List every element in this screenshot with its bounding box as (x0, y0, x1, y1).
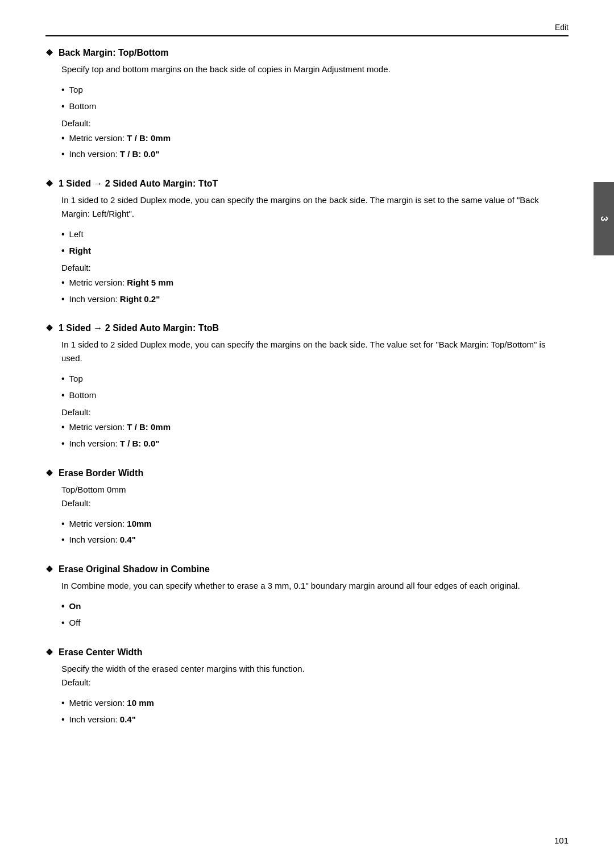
diamond-icon-2: ❖ (45, 179, 53, 189)
section-title-erase-border: ❖ Erase Border Width (45, 468, 569, 478)
section-body-5: In Combine mode, you can specify whether… (61, 579, 569, 631)
section-body-3: In 1 sided to 2 sided Duplex mode, you c… (61, 338, 569, 452)
bullet-right: Right (61, 243, 569, 259)
section-title-ttob: ❖ 1 Sided → 2 Sided Auto Margin: TtoB (45, 323, 569, 333)
section-title-text-5: Erase Original Shadow in Combine (59, 564, 210, 574)
chapter-number: 3 (599, 216, 609, 221)
simple-bullets-1: Top Bottom (61, 82, 569, 115)
diamond-icon-3: ❖ (45, 323, 53, 333)
top-bar: Edit (45, 23, 569, 36)
section-desc-3: In 1 sided to 2 sided Duplex mode, you c… (61, 338, 569, 365)
chapter-tab: 3 (594, 182, 614, 255)
default-bullets-6: Metric version: 10 mm Inch version: 0.4" (61, 695, 569, 728)
section-erase-center-width: ❖ Erase Center Width Specify the width o… (45, 647, 569, 728)
default-label-1: Default: (61, 118, 569, 128)
section-1sided-2sided-ttot: ❖ 1 Sided → 2 Sided Auto Margin: TtoT In… (45, 179, 569, 307)
inch-bullet-2: Inch version: Right 0.2" (61, 291, 569, 308)
section-title-text-4: Erase Border Width (59, 468, 143, 478)
section-back-margin-top-bottom: ❖ Back Margin: Top/Bottom Specify top an… (45, 48, 569, 163)
edit-label: Edit (555, 23, 569, 32)
section-desc-4: Top/Bottom 0mmDefault: (61, 483, 569, 510)
inch-bullet-1: Inch version: T / B: 0.0" (61, 146, 569, 163)
section-1sided-2sided-ttob: ❖ 1 Sided → 2 Sided Auto Margin: TtoB In… (45, 323, 569, 452)
bullet-bottom-3: Bottom (61, 387, 569, 404)
default-bullets-1: Metric version: T / B: 0mm Inch version:… (61, 130, 569, 163)
section-title-text-2: 1 Sided → 2 Sided Auto Margin: TtoT (59, 179, 218, 189)
section-body-1: Specify top and bottom margins on the ba… (61, 63, 569, 163)
shadow-bullets: On Off (61, 598, 569, 631)
inch-bullet-6: Inch version: 0.4" (61, 712, 569, 728)
section-title-ttot: ❖ 1 Sided → 2 Sided Auto Margin: TtoT (45, 179, 569, 189)
inch-bullet-4: Inch version: 0.4" (61, 532, 569, 548)
section-desc-1: Specify top and bottom margins on the ba… (61, 63, 569, 76)
section-title-back-margin: ❖ Back Margin: Top/Bottom (45, 48, 569, 58)
bullet-on: On (61, 598, 569, 615)
default-bullets-4: Metric version: 10mm Inch version: 0.4" (61, 516, 569, 549)
section-desc-6: Specify the width of the erased center m… (61, 662, 569, 689)
page-number: 101 (554, 836, 569, 845)
bullet-off: Off (61, 615, 569, 631)
section-desc-5: In Combine mode, you can specify whether… (61, 579, 569, 593)
section-title-erase-center: ❖ Erase Center Width (45, 647, 569, 658)
metric-bullet-6: Metric version: 10 mm (61, 695, 569, 712)
section-title-erase-shadow: ❖ Erase Original Shadow in Combine (45, 564, 569, 574)
section-body-6: Specify the width of the erased center m… (61, 662, 569, 728)
section-title-text-1: Back Margin: Top/Bottom (59, 48, 168, 58)
section-title-text-6: Erase Center Width (59, 647, 142, 658)
bullet-top-3: Top (61, 371, 569, 387)
default-bullets-2: Metric version: Right 5 mm Inch version:… (61, 275, 569, 308)
diamond-icon-5: ❖ (45, 564, 53, 574)
bullet-top-1: Top (61, 82, 569, 98)
bullet-left: Left (61, 226, 569, 243)
bullet-bottom-1: Bottom (61, 98, 569, 115)
default-label-2: Default: (61, 263, 569, 272)
metric-bullet-4: Metric version: 10mm (61, 516, 569, 532)
diamond-icon-1: ❖ (45, 48, 53, 58)
section-body-2: In 1 sided to 2 sided Duplex mode, you c… (61, 193, 569, 307)
default-bullets-3: Metric version: T / B: 0mm Inch version:… (61, 419, 569, 452)
metric-bullet-3: Metric version: T / B: 0mm (61, 419, 569, 436)
metric-bullet-2: Metric version: Right 5 mm (61, 275, 569, 291)
default-label-3: Default: (61, 407, 569, 417)
page-container: Edit 3 ❖ Back Margin: Top/Bottom Specify… (0, 0, 614, 868)
section-title-text-3: 1 Sided → 2 Sided Auto Margin: TtoB (59, 323, 219, 333)
section-body-4: Top/Bottom 0mmDefault: Metric version: 1… (61, 483, 569, 549)
diamond-icon-6: ❖ (45, 647, 53, 658)
inch-bullet-3: Inch version: T / B: 0.0" (61, 436, 569, 452)
section-desc-2: In 1 sided to 2 sided Duplex mode, you c… (61, 193, 569, 221)
section-erase-original-shadow: ❖ Erase Original Shadow in Combine In Co… (45, 564, 569, 631)
metric-bullet-1: Metric version: T / B: 0mm (61, 130, 569, 147)
section-erase-border-width: ❖ Erase Border Width Top/Bottom 0mmDefau… (45, 468, 569, 549)
diamond-icon-4: ❖ (45, 468, 53, 478)
simple-bullets-3: Top Bottom (61, 371, 569, 404)
simple-bullets-2: Left Right (61, 226, 569, 259)
